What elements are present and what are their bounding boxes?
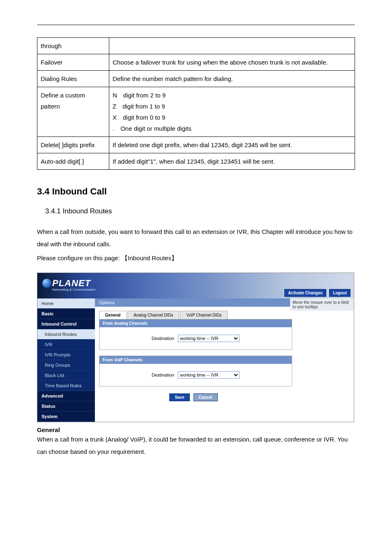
paragraph: Please configure on this page: 【Inbound … [37, 252, 355, 264]
cell: through [37, 38, 109, 54]
app-header: PLANET Networking & Communication Activa… [37, 273, 354, 298]
nav-advanced[interactable]: Advanced [37, 391, 95, 401]
embedded-screenshot: PLANET Networking & Communication Activa… [37, 273, 354, 422]
nav-home[interactable]: Home [37, 298, 95, 309]
globe-icon [42, 279, 51, 288]
logo: PLANET Networking & Communication [42, 278, 95, 291]
nav-time-rules[interactable]: Time Based Rules [37, 381, 95, 391]
nav-basic[interactable]: Basic [37, 309, 95, 319]
cell: Failover [37, 54, 109, 71]
paragraph: When a call from outside, you want to fo… [37, 226, 355, 250]
nav-ivr-prompts[interactable]: IVR Prompts [37, 350, 95, 360]
cell: If deleted one digit prefix, when dial 1… [109, 137, 355, 153]
cell: Auto-add digit[ ] [37, 153, 109, 170]
sidebar: Home Basic Inbound Control Inbound Route… [37, 298, 95, 422]
help-tooltip-box: Move the mouse over to a field to see to… [290, 298, 354, 311]
nav-inbound-control[interactable]: Inbound Control [37, 319, 95, 329]
subsection-heading: 3.4.1 Inbound Routes [45, 207, 355, 215]
destination-select-voip[interactable]: working time -- IVR [178, 371, 240, 379]
destination-label: Destination [152, 372, 174, 377]
tab-voip-dids[interactable]: VoIP Channel DIDs [180, 311, 228, 319]
cell: Define a custom pattern [37, 87, 109, 137]
tab-analog-dids[interactable]: Analog Channel DIDs [127, 311, 179, 319]
panel-title: From VoIP Channels [99, 356, 292, 364]
definitions-table: through FailoverChoose a failover trunk … [37, 37, 355, 170]
nav-ivr[interactable]: IVR [37, 340, 95, 350]
destination-label: Destination [152, 336, 174, 341]
tabs: General Analog Channel DIDs VoIP Channel… [99, 311, 354, 319]
cell: Define the number match pattern for dial… [109, 71, 355, 87]
logo-text: PLANET [52, 278, 91, 289]
tab-general[interactable]: General [99, 311, 127, 319]
logo-subtitle: Networking & Communication [52, 288, 95, 291]
nav-system[interactable]: System [37, 412, 95, 422]
destination-select-analog[interactable]: working time -- IVR [178, 335, 240, 342]
panel-voip: From VoIP Channels Destination working t… [99, 356, 292, 386]
nav-ring-groups[interactable]: Ring Groups [37, 360, 95, 370]
cell: Choose a failover trunk for using when t… [109, 54, 355, 71]
save-button[interactable]: Save [169, 393, 189, 401]
paragraph: When a call from a trunk (Analog/ VoIP),… [37, 433, 355, 458]
general-heading: General [37, 426, 355, 433]
section-heading: 3.4 Inbound Call [37, 186, 355, 197]
cell: If added digit"1", when dial 12345, digi… [109, 153, 355, 170]
activate-changes-button[interactable]: Activate Changes [284, 289, 326, 297]
nav-inbound-routes[interactable]: Inbound Routes [37, 329, 95, 340]
cell [109, 38, 355, 54]
cell: Dialing Rules [37, 71, 109, 87]
cell: Delete[ ]digits prefix [37, 137, 109, 153]
cancel-button[interactable]: Cancel [194, 393, 218, 401]
cell: N digit from 2 to 9 Z digit from 1 to 9 … [109, 87, 355, 137]
nav-black-list[interactable]: Black List [37, 370, 95, 381]
panel-analog: From Analog Channels Destination working… [99, 319, 292, 350]
panel-title: From Analog Channels [99, 319, 292, 327]
nav-status[interactable]: Status [37, 401, 95, 412]
logout-button[interactable]: Logout [329, 289, 350, 297]
